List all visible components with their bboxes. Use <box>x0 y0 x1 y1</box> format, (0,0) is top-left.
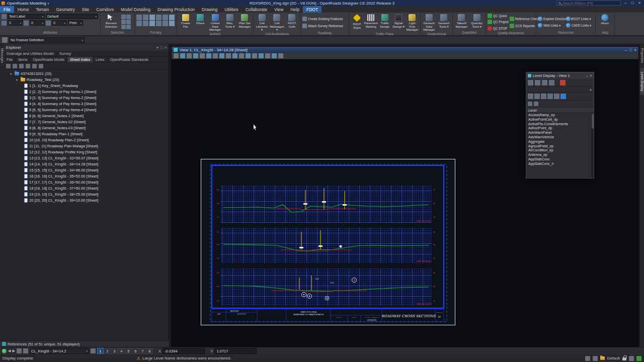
color-picker-icon[interactable] <box>2 21 7 26</box>
view-toolbar-icon[interactable] <box>174 53 179 58</box>
primary-tool-icon[interactable] <box>163 21 168 26</box>
open-view-group-icon[interactable] <box>23 348 28 353</box>
explorer-tab[interactable]: OpenRoads Standards <box>108 57 151 62</box>
line-weight-icon[interactable] <box>24 21 29 26</box>
traffic-button[interactable]: Signal Design ▾ <box>392 14 405 28</box>
level-toolbar-icon[interactable] <box>542 80 547 85</box>
explorer-tab[interactable]: OpenRoads Model <box>30 57 67 62</box>
primary-tool-icon[interactable] <box>143 15 148 20</box>
selection-tool-icon[interactable] <box>121 25 126 29</box>
explorer-tool-icon[interactable] <box>32 64 37 68</box>
sheet-tree-item[interactable]: 9 [9, 9] Roadway Plan-1 [Sheet] <box>4 131 169 137</box>
explorer-tool-icon[interactable] <box>19 64 24 68</box>
sheet-tree-item[interactable]: 8 [8, 8] General_Notes-03 [Sheet] <box>4 125 169 131</box>
view-toggle-button[interactable]: 2 <box>104 348 111 354</box>
action-button[interactable]: Plan Set Manager <box>238 14 252 28</box>
view-title-bar[interactable]: View 1, CL_KingSt - 34+14.28 [Sheet] – □… <box>172 47 638 53</box>
view-toolbar-icon[interactable] <box>200 53 205 58</box>
view-toolbar-icon[interactable] <box>239 53 244 58</box>
level-list-item[interactable]: AdvWarnVehicle <box>526 135 594 140</box>
level-list-item[interactable]: AppSlabConc_h <box>526 162 594 166</box>
sheet-tree-item[interactable]: 14 [14, 14] CL_KingSt - 34+14.28 [Sheet] <box>4 161 169 167</box>
level-toolbar-icon[interactable] <box>535 80 540 85</box>
ribbon-tab[interactable]: File <box>0 6 14 13</box>
geotech-button[interactable]: Geotech Tools ▾ <box>437 14 451 28</box>
ribbon-tab[interactable]: Site <box>78 6 93 13</box>
explorer-tab[interactable]: Survey <box>57 51 74 56</box>
action-button[interactable]: Create File <box>179 14 192 28</box>
explorer-tab[interactable]: File <box>4 57 16 62</box>
view-toolbar-icon[interactable] <box>232 53 237 58</box>
sheet-tree-item[interactable]: 12 [12, 12] Roadway Profile King [Sheet] <box>4 149 169 155</box>
resource-link-button[interactable]: Explore Directories ▾ <box>538 16 565 22</box>
dock-tab-messages[interactable]: Messages <box>0 44 4 68</box>
cell-app-button[interactable]: Cell Libraries ▾ <box>255 14 269 32</box>
view-toolbar-icon[interactable] <box>219 53 224 58</box>
dock-tab-properties[interactable]: Properties <box>640 44 644 68</box>
view-toggle-button[interactable]: 1 <box>97 348 104 354</box>
ribbon-tab[interactable]: Collaborate <box>242 6 271 13</box>
selection-tool-icon[interactable] <box>126 15 131 19</box>
resource-link-button[interactable]: Web Links ▾ <box>538 23 565 28</box>
view-toolbar-icon[interactable] <box>252 53 257 58</box>
ribbon-tab[interactable]: Terrain <box>32 6 52 13</box>
ribbon-tab[interactable]: View <box>271 6 287 13</box>
action-button[interactable]: Linked Data Manager <box>208 14 222 32</box>
level-toolbar-icon[interactable] <box>560 80 566 85</box>
explorer-tab[interactable]: Links <box>93 57 108 62</box>
ribbon-tab[interactable]: Geometry <box>52 6 78 13</box>
explorer-tab[interactable]: Drainage and Utilities Model <box>4 51 57 56</box>
workflow-selector[interactable]: OpenRoads Modeling ▾ <box>7 1 49 6</box>
selection-tool-icon[interactable] <box>121 20 126 24</box>
level-list-item[interactable]: AppSlabConc <box>526 157 594 162</box>
primary-tool-icon[interactable] <box>143 21 148 26</box>
tree-folder[interactable]: ▾ Roadway_Test (20) <box>4 76 169 82</box>
sheet-tree-item[interactable]: 17 [17, 17] CL_KingSt - 36+50.00 [Sheet] <box>4 179 169 185</box>
primary-tool-icon[interactable] <box>149 15 155 20</box>
roadway-button[interactable]: Create Existing Features <box>302 16 343 22</box>
view-toggle-button[interactable]: 5 <box>125 348 132 354</box>
action-button[interactable]: Misc. Tools ▾ <box>223 14 236 28</box>
level-display-title-bar[interactable]: Level Display - View 1 – × <box>526 72 594 79</box>
selection-tool-icon[interactable] <box>126 25 131 29</box>
level-view-mode-icon[interactable] <box>534 102 538 106</box>
selection-tool-icon[interactable] <box>121 15 126 19</box>
level-list-item[interactable]: AgricultField_ep <box>526 144 594 149</box>
cell-app-button[interactable]: Cell Webpages ▾ <box>270 14 284 32</box>
caret-icon[interactable]: ▾ <box>10 72 13 75</box>
view-toggle-button[interactable]: 3 <box>111 348 118 354</box>
sheet-tree-item[interactable]: 1 [1, 1] Key_Sheet_Roadway <box>4 82 169 88</box>
view-group-icon[interactable] <box>17 348 22 353</box>
traffic-button[interactable]: Pavement Marking <box>364 14 377 28</box>
level-list-scrollbar[interactable] <box>591 113 594 178</box>
view-toggle-button[interactable]: 4 <box>118 348 125 354</box>
explorer-tool-icon[interactable] <box>26 64 30 68</box>
view-toolbar-icon[interactable] <box>213 53 218 58</box>
close-button[interactable]: × <box>636 0 643 6</box>
sheet-tree-item[interactable]: 7 [7, 7] General_Notes-02 [Sheet] <box>4 119 169 125</box>
primary-tool-icon[interactable] <box>156 15 162 20</box>
level-list-item[interactable]: ActivePts-ConstElements <box>526 122 594 127</box>
transparency-combo[interactable]: 0▾ <box>52 20 67 26</box>
traffic-button[interactable]: FDOT Signs <box>351 14 363 29</box>
view-toolbar-icon[interactable] <box>193 53 198 58</box>
selection-set-icon[interactable] <box>629 356 634 361</box>
next-view-icon[interactable]: ▶ <box>12 349 15 353</box>
view-toggle-button[interactable]: 6 <box>132 348 139 354</box>
text-label-combo[interactable]: Text Label▾ <box>8 14 45 19</box>
primary-tool-icon[interactable] <box>163 15 168 20</box>
lock-icon[interactable] <box>622 357 626 360</box>
view-toolbar-icon[interactable] <box>246 53 251 58</box>
about-button[interactable]: About <box>597 14 612 25</box>
geotech-button[interactable]: Geotech Data Manager <box>422 14 436 32</box>
dock-tab-level-display[interactable]: Level Display <box>640 68 644 96</box>
sheet-tree-item[interactable]: 3 [3, 3] Summary of Pay Items-2 [Sheet] <box>4 95 169 101</box>
level-tab-icon[interactable] <box>541 94 546 99</box>
level-list-item[interactable]: Aggregate <box>526 140 594 144</box>
ribbon-tab[interactable]: Utilities <box>221 6 242 13</box>
sheet-tree-item[interactable]: 20 [20, 20] CL_KingSt - 39+10.00 [Sheet] <box>4 197 169 203</box>
sheet-tree-item[interactable]: 4 [4, 4] Summary of Pay Items-3 [Sheet] <box>4 101 169 107</box>
level-tab-icon[interactable] <box>528 94 533 99</box>
ribbon-tab[interactable]: Drawing <box>198 6 221 13</box>
level-list-item[interactable]: ActivePointCell_dp <box>526 118 594 122</box>
